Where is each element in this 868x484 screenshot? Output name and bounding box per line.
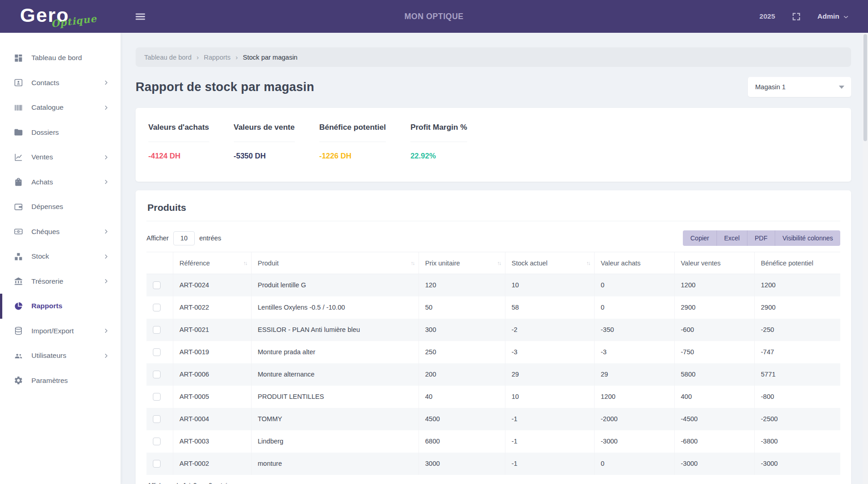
user-menu[interactable]: Admin: [818, 12, 849, 20]
table-cell: ART-0005: [173, 386, 251, 408]
table-cell: -2500: [754, 408, 840, 430]
row-checkbox[interactable]: [153, 326, 161, 334]
row-checkbox[interactable]: [153, 393, 161, 401]
barcode-icon: [14, 103, 23, 112]
column-header[interactable]: Prix unitaire↑↓: [419, 252, 505, 274]
column-header: Bénéfice potentiel: [754, 252, 840, 274]
sidebar-item-label: Contacts: [31, 79, 59, 87]
sidebar-item-label: Dossiers: [31, 128, 59, 137]
sidebar-item-cheques[interactable]: Chéques: [0, 219, 121, 245]
row-checkbox[interactable]: [153, 281, 161, 289]
table-cell: Lindberg: [251, 430, 419, 453]
chevron-right-icon: [103, 253, 110, 260]
table-cell: monture: [251, 453, 419, 475]
row-checkbox[interactable]: [153, 348, 161, 356]
main-content: Tableau de bord›Rapports›Stock par magas…: [121, 33, 868, 484]
shopping-bag-icon: [14, 177, 23, 187]
chevron-right-icon: [103, 352, 110, 359]
chevron-down-icon: [843, 14, 849, 20]
menu-toggle-icon[interactable]: [134, 10, 146, 23]
sort-icon[interactable]: ↑↓: [586, 260, 590, 266]
chevron-right-icon: [103, 178, 110, 185]
stats-card: Valeurs d'achats-4124 DHValeurs de vente…: [136, 108, 851, 182]
table-cell: -1: [505, 453, 594, 475]
table-cell: -4500: [674, 408, 754, 430]
row-checkbox[interactable]: [153, 304, 161, 311]
sidebar-item-label: Dépenses: [31, 203, 63, 211]
breadcrumb-separator: ›: [236, 53, 238, 61]
sidebar-item-parametres[interactable]: Paramètres: [0, 368, 121, 393]
column-header[interactable]: Produit↑↓: [251, 252, 419, 274]
table-cell: -800: [754, 386, 840, 408]
chevron-right-icon: [103, 278, 110, 285]
bank-icon: [14, 276, 23, 286]
table-row: ART-0022Lentilles Oxylens -0.5 / -10.005…: [146, 296, 840, 319]
table-row: ART-0021ESSILOR - PLAN Anti lumière bleu…: [146, 319, 840, 341]
sidebar-item-catalogue[interactable]: Catalogue: [0, 95, 121, 120]
row-checkbox[interactable]: [153, 415, 161, 423]
table-cell: ART-0006: [173, 363, 251, 386]
table-cell: -350: [594, 319, 674, 341]
sidebar-item-tresorerie[interactable]: Trésorerie: [0, 269, 121, 294]
table-row: ART-0004TOMMY4500-1-2000-4500-2500: [146, 408, 840, 430]
sidebar-item-achats[interactable]: Achats: [0, 170, 121, 195]
table-cell: 1200: [674, 274, 754, 296]
scrollbar[interactable]: [863, 33, 868, 484]
sidebar-item-label: Stock: [31, 252, 49, 260]
table-cell: 250: [419, 341, 505, 363]
store-select[interactable]: Magasin 1: [748, 77, 851, 97]
chevron-right-icon: [103, 79, 110, 86]
select-all-column-header: [146, 252, 173, 274]
sort-icon[interactable]: ↑↓: [243, 260, 247, 266]
boxes-icon: [14, 252, 23, 261]
sidebar-item-import-export[interactable]: Import/Export: [0, 319, 121, 344]
dashboard-icon: [14, 53, 23, 63]
sidebar-item-depenses[interactable]: Dépenses: [0, 194, 121, 219]
export-button-excel[interactable]: Excel: [717, 230, 747, 246]
app-logo[interactable]: Gero Optique: [0, 0, 121, 33]
breadcrumb-item[interactable]: Rapports: [204, 54, 231, 61]
row-checkbox[interactable]: [153, 460, 161, 468]
entries-input[interactable]: [173, 231, 195, 245]
stat-label: Valeurs de vente: [234, 123, 295, 142]
sidebar-item-ventes[interactable]: Ventes: [0, 145, 121, 170]
chevron-down-icon: [839, 86, 844, 89]
sort-icon[interactable]: ↑↓: [497, 260, 501, 266]
sidebar-item-label: Import/Export: [31, 327, 74, 335]
chevron-right-icon: [103, 154, 110, 161]
breadcrumb-item: Stock par magasin: [243, 54, 298, 61]
export-button-visibilit-colonnes[interactable]: Visibilité colonnes: [775, 230, 840, 246]
table-cell: 120: [419, 274, 505, 296]
users-icon: [14, 351, 23, 361]
fullscreen-icon[interactable]: [792, 12, 801, 21]
export-button-copier[interactable]: Copier: [683, 230, 716, 246]
database-icon: [14, 326, 23, 336]
table-cell: ART-0019: [173, 341, 251, 363]
sidebar-item-tableau-de-bord[interactable]: Tableau de bord: [0, 46, 121, 71]
stat-value: -1226 DH: [319, 152, 386, 160]
sort-icon[interactable]: ↑↓: [411, 260, 414, 266]
sidebar-item-label: Paramètres: [31, 377, 68, 385]
sidebar-item-stock[interactable]: Stock: [0, 244, 121, 269]
stat-label: Profit Margin %: [410, 123, 467, 142]
table-cell: 2900: [754, 296, 840, 319]
sidebar-item-rapports[interactable]: Rapports: [0, 294, 121, 319]
scrollbar-thumb[interactable]: [863, 34, 867, 141]
breadcrumb-item[interactable]: Tableau de bord: [144, 54, 192, 61]
export-button-pdf[interactable]: PDF: [747, 230, 775, 246]
sidebar-item-dossiers[interactable]: Dossiers: [0, 120, 121, 145]
column-header: Valeur achats: [594, 252, 674, 274]
row-checkbox[interactable]: [153, 438, 161, 445]
topbar: Gero Optique MON OPTIQUE 2025 Admin: [0, 0, 868, 33]
table-cell: -600: [674, 319, 754, 341]
column-header[interactable]: Référence↑↓: [173, 252, 251, 274]
row-checkbox[interactable]: [153, 371, 161, 378]
table-row: ART-0002monture3000-10-3000-3000: [146, 453, 840, 475]
column-header[interactable]: Stock actuel↑↓: [505, 252, 594, 274]
stat-value: 22.92%: [410, 152, 467, 160]
table-cell: 1200: [754, 274, 840, 296]
table-row: ART-0024Produit lentille G12010012001200: [146, 274, 840, 296]
sidebar-item-utilisateurs[interactable]: Utilisateurs: [0, 343, 121, 368]
breadcrumb-separator: ›: [197, 53, 199, 61]
sidebar-item-contacts[interactable]: Contacts: [0, 71, 121, 96]
